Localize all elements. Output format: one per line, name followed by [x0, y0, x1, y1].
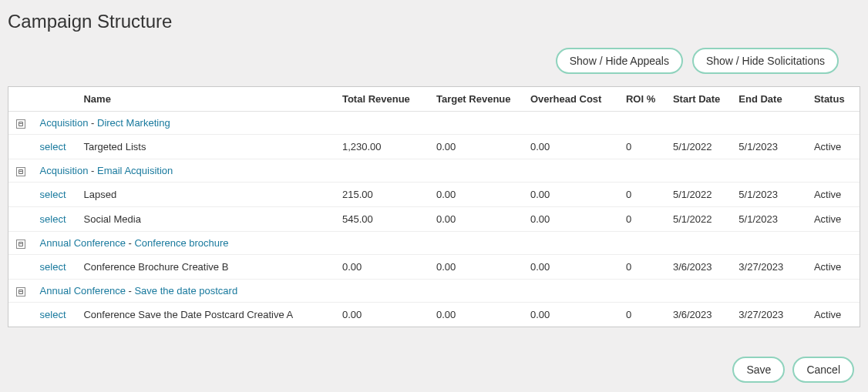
toggle-appeals-button[interactable]: Show / Hide Appeals — [556, 48, 683, 74]
save-button[interactable]: Save — [732, 357, 785, 383]
appeal-link[interactable]: Email Acquisition — [97, 165, 173, 176]
toolbar: Show / Hide Appeals Show / Hide Solicita… — [0, 40, 868, 86]
select-link[interactable]: select — [40, 189, 66, 200]
appeal-link[interactable]: Direct Marketing — [97, 117, 170, 129]
row-overhead-cost: 0.00 — [526, 207, 621, 232]
row-end-date: 3/27/2023 — [734, 303, 809, 327]
row-status: Active — [809, 183, 860, 207]
collapse-icon[interactable]: ⊟ — [16, 240, 25, 249]
row-status: Active — [809, 207, 860, 232]
col-header-total-revenue: Total Revenue — [338, 87, 432, 112]
collapse-icon[interactable]: ⊟ — [16, 287, 25, 297]
row-roi: 0 — [621, 135, 668, 159]
collapse-icon[interactable]: ⊟ — [16, 119, 25, 129]
row-target-revenue: 0.00 — [432, 135, 526, 159]
row-roi: 0 — [621, 183, 668, 207]
row-end-date: 5/1/2023 — [734, 207, 809, 232]
row-total-revenue: 0.00 — [338, 255, 432, 280]
row-roi: 0 — [621, 255, 668, 280]
row-name: Social Media — [79, 207, 337, 232]
table-row: selectTargeted Lists1,230.000.000.0005/1… — [8, 135, 860, 159]
row-start-date: 5/1/2022 — [668, 207, 734, 232]
row-overhead-cost: 0.00 — [526, 135, 621, 159]
row-name: Conference Brochure Creative B — [79, 255, 337, 280]
row-name: Targeted Lists — [79, 135, 337, 159]
appeal-link[interactable]: Save the date postcard — [134, 285, 237, 297]
group-row: ⊟Annual Conference - Conference brochure — [8, 232, 860, 255]
table-row: selectSocial Media545.000.000.0005/1/202… — [8, 207, 860, 232]
row-name: Conference Save the Date Postcard Creati… — [79, 303, 337, 327]
group-row: ⊟Annual Conference - Save the date postc… — [8, 280, 860, 303]
row-end-date: 5/1/2023 — [734, 183, 809, 207]
col-header-overhead-cost: Overhead Cost — [526, 87, 621, 112]
select-link[interactable]: select — [40, 309, 66, 320]
row-end-date: 5/1/2023 — [734, 135, 809, 159]
toggle-solicitations-button[interactable]: Show / Hide Solicitations — [692, 48, 839, 74]
appeal-link[interactable]: Conference brochure — [134, 237, 228, 249]
col-header-name: Name — [79, 87, 337, 112]
row-total-revenue: 1,230.00 — [338, 135, 432, 159]
row-start-date: 3/6/2023 — [668, 255, 734, 280]
col-header-status: Status — [809, 87, 860, 112]
row-name: Lapsed — [79, 183, 337, 207]
campaign-table: Name Total Revenue Target Revenue Overhe… — [8, 86, 860, 327]
row-status: Active — [809, 303, 860, 327]
select-link[interactable]: select — [40, 213, 66, 225]
group-separator: - — [88, 117, 97, 129]
group-separator: - — [88, 165, 97, 176]
row-target-revenue: 0.00 — [432, 303, 526, 327]
row-start-date: 3/6/2023 — [668, 303, 734, 327]
select-link[interactable]: select — [40, 261, 66, 273]
row-overhead-cost: 0.00 — [526, 303, 621, 327]
row-target-revenue: 0.00 — [432, 255, 526, 280]
row-status: Active — [809, 255, 860, 280]
row-roi: 0 — [621, 303, 668, 327]
group-separator: - — [126, 237, 135, 249]
group-row: ⊟Acquisition - Direct Marketing — [8, 112, 860, 135]
row-overhead-cost: 0.00 — [526, 183, 621, 207]
dialog-footer: Save Cancel — [732, 357, 854, 383]
row-overhead-cost: 0.00 — [526, 255, 621, 280]
col-header-start-date: Start Date — [668, 87, 734, 112]
row-target-revenue: 0.00 — [432, 207, 526, 232]
row-total-revenue: 215.00 — [338, 183, 432, 207]
row-total-revenue: 545.00 — [338, 207, 432, 232]
col-header-end-date: End Date — [734, 87, 809, 112]
table-row: selectLapsed215.000.000.0005/1/20225/1/2… — [8, 183, 860, 207]
row-target-revenue: 0.00 — [432, 183, 526, 207]
cancel-button[interactable]: Cancel — [792, 357, 854, 383]
row-end-date: 3/27/2023 — [734, 255, 809, 280]
group-row: ⊟Acquisition - Email Acquisition — [8, 159, 860, 183]
col-header-roi: ROI % — [621, 87, 668, 112]
row-start-date: 5/1/2022 — [668, 183, 734, 207]
col-header-target-revenue: Target Revenue — [432, 87, 526, 112]
campaign-link[interactable]: Acquisition — [40, 165, 89, 176]
row-total-revenue: 0.00 — [338, 303, 432, 327]
table-row: selectConference Brochure Creative B0.00… — [8, 255, 860, 280]
collapse-icon[interactable]: ⊟ — [16, 167, 25, 176]
table-row: selectConference Save the Date Postcard … — [8, 303, 860, 327]
row-roi: 0 — [621, 207, 668, 232]
page-title: Campaign Structure — [0, 0, 868, 40]
campaign-link[interactable]: Acquisition — [40, 117, 89, 129]
row-status: Active — [809, 135, 860, 159]
campaign-link[interactable]: Annual Conference — [40, 285, 126, 297]
row-start-date: 5/1/2022 — [668, 135, 734, 159]
campaign-link[interactable]: Annual Conference — [40, 237, 126, 249]
select-link[interactable]: select — [40, 141, 66, 152]
group-separator: - — [126, 285, 135, 297]
